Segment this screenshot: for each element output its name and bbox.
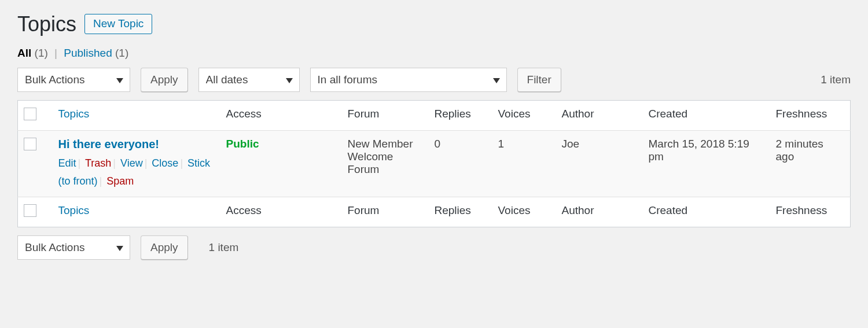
topics-table: Topics Access Forum Replies Voices Autho… <box>17 100 851 227</box>
row-freshness: 2 minutes ago <box>770 131 851 197</box>
row-cb <box>18 131 53 197</box>
page-header: Topics New Topic <box>17 12 851 36</box>
table-row: Hi there everyone! Edit| Trash| View| Cl… <box>18 131 851 197</box>
filter-published-count: (1) <box>115 47 128 59</box>
row-author: Joe <box>556 131 643 197</box>
table-foot: Topics Access Forum Replies Voices Autho… <box>18 197 851 227</box>
th-replies: Replies <box>429 101 492 131</box>
tf-topics: Topics <box>53 197 220 227</box>
bulk-actions-wrap-bottom: Bulk Actions <box>17 235 130 260</box>
th-topics-link[interactable]: Topics <box>58 108 90 120</box>
th-freshness: Freshness <box>770 101 851 131</box>
action-edit[interactable]: Edit <box>58 157 76 169</box>
th-checkbox <box>18 101 53 131</box>
row-title-cell: Hi there everyone! Edit| Trash| View| Cl… <box>53 131 220 197</box>
row-title-link[interactable]: Hi there everyone! <box>58 138 160 151</box>
bulk-actions-select[interactable]: Bulk Actions <box>17 68 130 92</box>
th-voices: Voices <box>492 101 556 131</box>
tf-topics-link[interactable]: Topics <box>58 204 90 216</box>
new-topic-button[interactable]: New Topic <box>84 14 152 34</box>
page-title: Topics <box>17 12 76 36</box>
item-count-bottom: 1 item <box>209 241 239 254</box>
th-access: Access <box>220 101 342 131</box>
tf-freshness: Freshness <box>770 197 851 227</box>
row-access: Public <box>220 131 342 197</box>
tf-voices: Voices <box>492 197 556 227</box>
action-spam[interactable]: Spam <box>106 175 134 187</box>
th-created: Created <box>643 101 770 131</box>
controls-top: Bulk Actions Apply All dates In all foru… <box>17 68 851 92</box>
row-checkbox[interactable] <box>24 138 36 150</box>
controls-bottom: Bulk Actions Apply 1 item <box>17 235 851 260</box>
dates-select[interactable]: All dates <box>198 68 300 92</box>
filter-published-link[interactable]: Published <box>64 47 112 59</box>
table-head: Topics Access Forum Replies Voices Autho… <box>18 101 851 131</box>
tf-author: Author <box>556 197 643 227</box>
filter-all-label[interactable]: All <box>17 47 31 59</box>
row-actions: Edit| Trash| View| Close| Stick (to fron… <box>58 154 215 190</box>
action-trash[interactable]: Trash <box>85 157 111 169</box>
row-created: March 15, 2018 5:19 pm <box>643 131 770 197</box>
tf-forum: Forum <box>342 197 429 227</box>
action-view[interactable]: View <box>120 157 143 169</box>
select-all-checkbox-bottom[interactable] <box>24 204 36 217</box>
filter-button[interactable]: Filter <box>517 68 561 92</box>
th-topics: Topics <box>53 101 220 131</box>
item-count-top: 1 item <box>821 73 851 86</box>
row-replies: 0 <box>429 131 492 197</box>
th-author: Author <box>556 101 643 131</box>
forums-wrap: In all forums <box>310 68 507 92</box>
dates-wrap: All dates <box>198 68 300 92</box>
row-forum: New Member Welcome Forum <box>342 131 429 197</box>
tf-replies: Replies <box>429 197 492 227</box>
action-close[interactable]: Close <box>152 157 178 169</box>
select-all-checkbox-top[interactable] <box>24 108 36 120</box>
table-body: Hi there everyone! Edit| Trash| View| Cl… <box>18 131 851 197</box>
filter-all-count: (1) <box>35 47 48 59</box>
apply-button-bottom[interactable]: Apply <box>141 235 188 260</box>
bulk-actions-wrap: Bulk Actions <box>17 68 130 92</box>
th-forum: Forum <box>342 101 429 131</box>
tf-created: Created <box>643 197 770 227</box>
access-value: Public <box>226 138 259 150</box>
tf-checkbox <box>18 197 53 227</box>
forums-select[interactable]: In all forums <box>310 68 507 92</box>
filter-separator: | <box>54 47 57 59</box>
row-voices: 1 <box>492 131 556 197</box>
filter-links: All (1) | Published (1) <box>17 47 851 60</box>
apply-button-top[interactable]: Apply <box>141 68 188 92</box>
bulk-actions-select-bottom[interactable]: Bulk Actions <box>17 235 130 260</box>
tf-access: Access <box>220 197 342 227</box>
